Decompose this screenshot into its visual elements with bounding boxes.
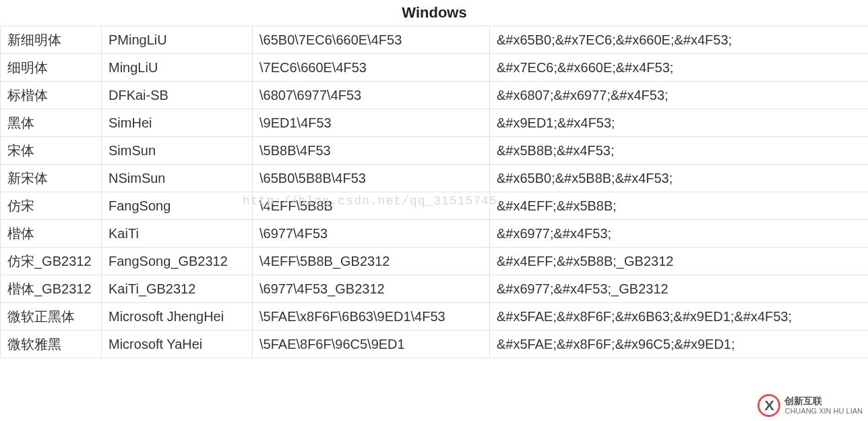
- css-unicode: \4EFF\5B8B_GB2312: [253, 248, 490, 275]
- html-entity: &#x6807;&#x6977;&#x4F53;: [490, 82, 869, 109]
- table-row: 黑体SimHei\9ED1\4F53&#x9ED1;&#x4F53;: [1, 109, 869, 137]
- font-name-cn: 仿宋_GB2312: [1, 248, 102, 275]
- font-name-cn: 黑体: [1, 109, 102, 137]
- css-unicode: \5FAE\x8F6F\6B63\9ED1\4F53: [253, 303, 490, 331]
- font-name-en: Microsoft JhengHei: [102, 303, 253, 331]
- table-row: 新细明体PMingLiU\65B0\7EC6\660E\4F53&#x65B0;…: [1, 26, 869, 54]
- css-unicode: \6807\6977\4F53: [253, 82, 490, 109]
- html-entity: &#x5B8B;&#x4F53;: [490, 137, 869, 165]
- table-row: 宋体SimSun\5B8B\4F53&#x5B8B;&#x4F53;: [1, 137, 869, 165]
- css-unicode: \5B8B\4F53: [253, 137, 490, 165]
- font-table: Windows 新细明体PMingLiU\65B0\7EC6\660E\4F53…: [0, 0, 868, 358]
- table-row: 标楷体DFKai-SB\6807\6977\4F53&#x6807;&#x697…: [1, 82, 869, 109]
- font-name-en: FangSong: [102, 192, 253, 220]
- html-entity: &#x6977;&#x4F53;_GB2312: [490, 275, 869, 303]
- table-row: 新宋体NSimSun\65B0\5B8B\4F53&#x65B0;&#x5B8B…: [1, 165, 869, 192]
- table-row: 仿宋FangSong\4EFF\5B8B&#x4EFF;&#x5B8B;: [1, 192, 869, 220]
- html-entity: &#x5FAE;&#x8F6F;&#x6B63;&#x9ED1;&#x4F53;: [490, 303, 869, 331]
- table-row: 仿宋_GB2312FangSong_GB2312\4EFF\5B8B_GB231…: [1, 248, 869, 275]
- font-name-cn: 楷体_GB2312: [1, 275, 102, 303]
- font-name-en: KaiTi_GB2312: [102, 275, 253, 303]
- font-name-cn: 仿宋: [1, 192, 102, 220]
- html-entity: &#x6977;&#x4F53;: [490, 220, 869, 248]
- css-unicode: \4EFF\5B8B: [253, 192, 490, 220]
- font-name-cn: 微软雅黑: [1, 331, 102, 358]
- font-name-en: MingLiU: [102, 54, 253, 82]
- css-unicode: \7EC6\660E\4F53: [253, 54, 490, 82]
- font-name-en: KaiTi: [102, 220, 253, 248]
- html-entity: &#x65B0;&#x5B8B;&#x4F53;: [490, 165, 869, 192]
- font-name-en: Microsoft YaHei: [102, 331, 253, 358]
- css-unicode: \9ED1\4F53: [253, 109, 490, 137]
- html-entity: &#x5FAE;&#x8F6F;&#x96C5;&#x9ED1;: [490, 331, 869, 358]
- font-name-en: SimSun: [102, 137, 253, 165]
- font-name-en: NSimSun: [102, 165, 253, 192]
- css-unicode: \5FAE\8F6F\96C5\9ED1: [253, 331, 490, 358]
- font-name-cn: 新细明体: [1, 26, 102, 54]
- css-unicode: \65B0\5B8B\4F53: [253, 165, 490, 192]
- html-entity: &#x7EC6;&#x660E;&#x4F53;: [490, 54, 869, 82]
- font-name-en: FangSong_GB2312: [102, 248, 253, 275]
- html-entity: &#x4EFF;&#x5B8B;_GB2312: [490, 248, 869, 275]
- css-unicode: \6977\4F53_GB2312: [253, 275, 490, 303]
- css-unicode: \65B0\7EC6\660E\4F53: [253, 26, 490, 54]
- table-header-row: Windows: [1, 0, 869, 26]
- css-unicode: \6977\4F53: [253, 220, 490, 248]
- html-entity: &#x65B0;&#x7EC6;&#x660E;&#x4F53;: [490, 26, 869, 54]
- table-row: 楷体_GB2312KaiTi_GB2312\6977\4F53_GB2312&#…: [1, 275, 869, 303]
- table-title: Windows: [1, 0, 869, 26]
- font-name-en: SimHei: [102, 109, 253, 137]
- table-row: 微软正黑体Microsoft JhengHei\5FAE\x8F6F\6B63\…: [1, 303, 869, 331]
- font-name-cn: 宋体: [1, 137, 102, 165]
- font-name-en: PMingLiU: [102, 26, 253, 54]
- html-entity: &#x4EFF;&#x5B8B;: [490, 192, 869, 220]
- font-name-cn: 新宋体: [1, 165, 102, 192]
- font-name-cn: 标楷体: [1, 82, 102, 109]
- table-body: Windows 新细明体PMingLiU\65B0\7EC6\660E\4F53…: [1, 0, 869, 358]
- font-name-cn: 细明体: [1, 54, 102, 82]
- font-name-cn: 微软正黑体: [1, 303, 102, 331]
- table-row: 细明体MingLiU\7EC6\660E\4F53&#x7EC6;&#x660E…: [1, 54, 869, 82]
- font-name-en: DFKai-SB: [102, 82, 253, 109]
- font-name-cn: 楷体: [1, 220, 102, 248]
- table-row: 微软雅黑Microsoft YaHei\5FAE\8F6F\96C5\9ED1&…: [1, 331, 869, 358]
- table-row: 楷体KaiTi\6977\4F53&#x6977;&#x4F53;: [1, 220, 869, 248]
- html-entity: &#x9ED1;&#x4F53;: [490, 109, 869, 137]
